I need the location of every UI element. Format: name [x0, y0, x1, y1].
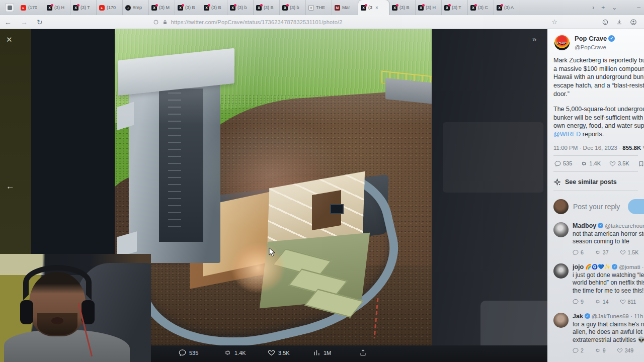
x-favicon: X [151, 5, 157, 11]
reply-item[interactable]: Madboy✓@takecarehour · 1 not that americ… [553, 222, 644, 255]
tab-label: #rep [133, 5, 142, 10]
x-favicon: X [361, 5, 366, 11]
repost-icon [595, 347, 601, 353]
tweet-photo-bunker-render[interactable] [115, 29, 432, 345]
browser-tab[interactable]: ▸(170 [97, 0, 123, 15]
tab-close-icon[interactable]: × [374, 5, 378, 11]
comment-icon [573, 347, 579, 353]
new-tab-button[interactable]: + [598, 4, 608, 11]
repost-action[interactable]: 1.4K [581, 160, 601, 167]
like-count: 3.5K [618, 160, 629, 166]
browser-tab[interactable]: X(3) b [280, 0, 306, 15]
reply-item[interactable]: jojo🌈🧿💙✨✓@jomati · 1 i just got done wat… [553, 263, 644, 305]
browser-tab[interactable]: X(3) M [149, 0, 175, 15]
browser-tab[interactable]: ≡THE [306, 0, 332, 15]
like-action[interactable]: 1.5K [620, 249, 639, 255]
tweet-author-row[interactable]: POP Pop Crave✓ @PopCrave [553, 34, 644, 51]
like-action[interactable]: 3.5K [609, 160, 629, 167]
repost-action[interactable]: 14 [595, 299, 609, 305]
browser-tab[interactable]: X(3) b [227, 0, 254, 15]
tab-scroll-right-icon[interactable]: › [589, 4, 598, 11]
browser-tab[interactable]: MMar [332, 0, 358, 15]
tracker-circle-icon[interactable] [153, 19, 159, 25]
browser-tab-active[interactable]: X(3× [358, 0, 389, 15]
verified-badge-icon: ✓ [598, 223, 603, 228]
privacy-badge-icon[interactable] [602, 19, 609, 26]
heart-icon [609, 160, 616, 167]
see-similar-posts[interactable]: See similar posts [553, 178, 644, 186]
padlock-icon[interactable] [162, 19, 168, 25]
browser-tab[interactable]: X(3) H [44, 0, 70, 15]
previous-photo-arrow[interactable]: ← [6, 182, 15, 192]
repost-count: 9 [603, 347, 606, 353]
close-icon[interactable]: ✕ [6, 35, 13, 44]
download-icon[interactable] [616, 19, 623, 26]
forward-button[interactable]: → [16, 18, 32, 26]
avatar[interactable] [553, 313, 569, 328]
bookmark-star-icon[interactable]: ☆ [551, 18, 557, 26]
like-action[interactable]: 3.5K [268, 349, 290, 356]
browser-tab[interactable]: ▸(170 [18, 0, 44, 15]
tab-label: (3) A [504, 5, 514, 10]
reply-item[interactable]: Jak✓@JakTunes69 · 11h for a guy that cla… [553, 313, 644, 354]
x-favicon: X [73, 5, 78, 11]
share-action[interactable] [359, 349, 367, 356]
repost-action[interactable]: 37 [595, 249, 609, 255]
reload-button[interactable]: ↻ [32, 18, 47, 26]
collapse-sidebar-icon[interactable]: » [532, 35, 536, 43]
see-similar-posts-label: See similar posts [565, 178, 617, 186]
profile-icon[interactable] [630, 19, 637, 26]
tab-label: (170 [107, 5, 116, 10]
x-favicon: X [178, 5, 183, 11]
reply-action[interactable]: 2 [573, 347, 584, 353]
repost-icon [581, 160, 587, 167]
browser-tab[interactable]: ♪#rep [123, 0, 149, 15]
browser-tab[interactable]: X(3) B [389, 0, 416, 15]
browser-tab[interactable]: X(3) C [468, 0, 494, 15]
browser-tab[interactable]: X(3) T [442, 0, 468, 15]
address-field[interactable]: https://twitter.com/PopCrave/status/1736… [153, 19, 535, 25]
browser-app-icon[interactable] [5, 3, 14, 12]
reply-placeholder[interactable]: Post your reply [573, 203, 620, 211]
avatar[interactable] [553, 263, 569, 279]
tweet-text-part: reports. [581, 131, 604, 138]
browser-tab[interactable]: X(3) H [416, 0, 442, 15]
repost-count: 1.4K [589, 160, 601, 166]
repost-icon [595, 249, 601, 255]
tweet-sidebar: POP Pop Crave✓ @PopCrave Mark Zuckerberg… [547, 29, 644, 362]
tab-strip: ▸(170 X(3) H X(3) T ▸(170 ♪#rep X(3) M X… [18, 0, 589, 15]
like-action[interactable]: 349 [617, 347, 634, 353]
avatar[interactable] [553, 222, 569, 237]
tab-list-icon[interactable]: ⌄ [608, 4, 620, 11]
browser-tab[interactable]: X(3) B [201, 0, 227, 15]
like-action[interactable]: 811 [620, 299, 636, 305]
back-button[interactable]: ← [0, 18, 16, 26]
repost-action[interactable]: 9 [595, 347, 606, 353]
browser-tab[interactable]: X(3) B [254, 0, 280, 15]
views-action[interactable]: 1M [313, 349, 331, 356]
reply-action[interactable]: 9 [573, 299, 584, 305]
bookmark-action[interactable]: 631 [638, 160, 644, 167]
x-favicon: X [282, 5, 288, 11]
mention-link[interactable]: @WIRED [553, 131, 581, 138]
url-text: https://twitter.com/PopCrave/status/1736… [171, 19, 343, 25]
browser-tab[interactable]: X(3) A [494, 0, 520, 15]
reply-button[interactable] [628, 199, 644, 214]
avatar[interactable]: POP [553, 34, 571, 51]
reply-text: not that american horror story season co… [573, 230, 644, 246]
headphones-band-icon [23, 265, 92, 300]
reply-action[interactable]: 535 [554, 160, 572, 167]
tab-label: (3) H [54, 5, 64, 10]
reply-action[interactable]: 535 [179, 349, 198, 356]
comment-icon [554, 160, 561, 167]
reply-count: 9 [581, 299, 584, 305]
reply-composer[interactable]: Post your reply [553, 199, 644, 214]
reply-action[interactable]: 6 [573, 249, 584, 255]
youtube-favicon: ▸ [99, 5, 105, 11]
browser-tab[interactable]: X(3) B [175, 0, 201, 15]
window-minimize-button[interactable]: – [633, 4, 644, 11]
ghost-overlay [480, 301, 547, 345]
browser-tab[interactable]: X(3) T [70, 0, 97, 15]
repost-action[interactable]: 1.4K [224, 349, 246, 356]
tweet-text: Mark Zuckerberg is reportedly building a… [553, 56, 644, 98]
